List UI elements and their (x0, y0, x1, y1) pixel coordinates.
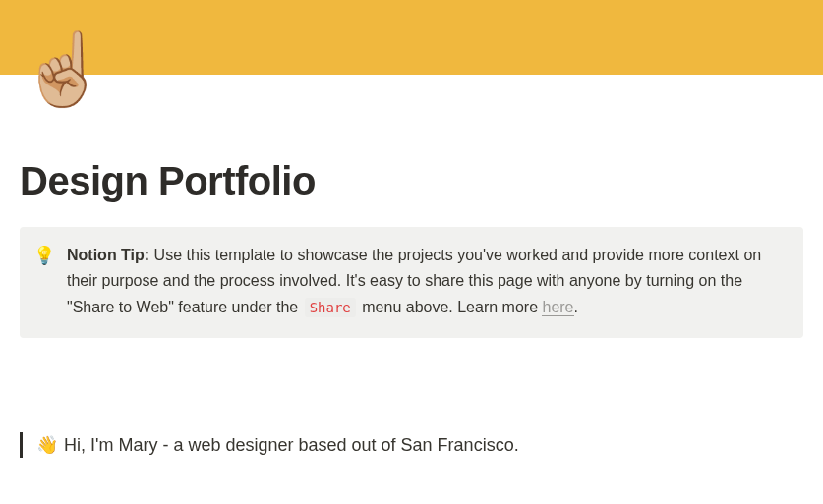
page-icon[interactable]: ☝🏼 (20, 33, 108, 104)
page-title[interactable]: Design Portfolio (20, 159, 803, 203)
callout-block[interactable]: 💡 Notion Tip: Use this template to showc… (20, 227, 803, 338)
callout-text-after: menu above. Learn more (358, 299, 543, 315)
wave-icon: 👋 (36, 434, 58, 456)
learn-more-link[interactable]: here (542, 299, 573, 316)
quote-block[interactable]: 👋 Hi, I'm Mary - a web designer based ou… (20, 432, 803, 458)
callout-text[interactable]: Notion Tip: Use this template to showcas… (67, 243, 786, 320)
lightbulb-icon[interactable]: 💡 (33, 243, 55, 320)
cover-banner[interactable] (0, 0, 823, 75)
quote-text: Hi, I'm Mary - a web designer based out … (64, 435, 519, 456)
page-content: Design Portfolio 💡 Notion Tip: Use this … (0, 159, 823, 458)
inline-code-share: Share (305, 298, 356, 317)
callout-period: . (574, 299, 578, 315)
callout-bold-label: Notion Tip: (67, 247, 149, 263)
